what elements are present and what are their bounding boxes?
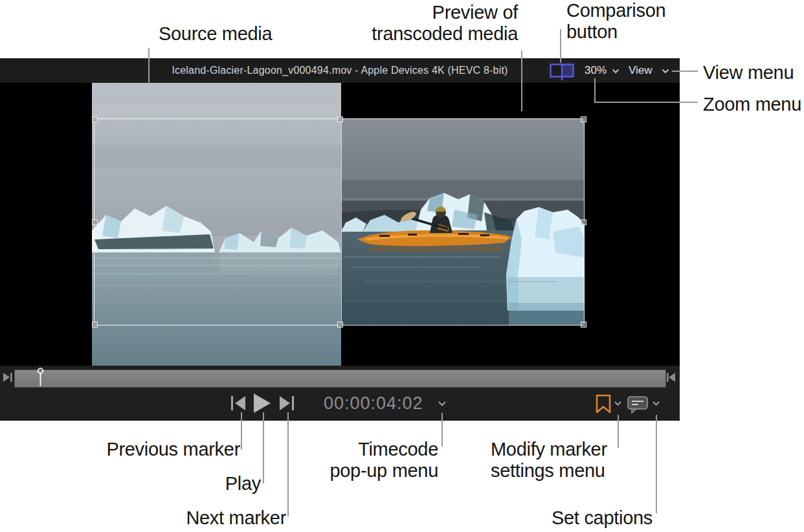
callout-line-comparison-button	[560, 29, 561, 63]
play-button[interactable]	[254, 393, 271, 413]
callout-line-zoom-menu-vertical	[594, 78, 596, 103]
preview-toolbar: Iceland-Glacier-Lagoon_v000494.mov - App…	[0, 58, 680, 83]
resize-handle-top-center[interactable]	[337, 116, 343, 122]
resize-handle-bottom-right[interactable]	[581, 322, 586, 327]
callout-timecode-popup: Timecode pop-up menu	[329, 439, 438, 482]
callout-line-play	[263, 412, 264, 483]
chevron-down-icon[interactable]	[614, 401, 622, 406]
media-preview-area	[0, 83, 680, 366]
callout-play: Play	[225, 473, 261, 494]
chevron-down-icon[interactable]	[652, 401, 660, 406]
callout-source-media: Source media	[159, 23, 272, 45]
resize-handle-mid-right[interactable]	[581, 219, 586, 225]
resize-handle-bottom-left[interactable]	[92, 322, 98, 327]
playhead[interactable]	[36, 366, 45, 387]
resize-handle-top-right[interactable]	[581, 116, 586, 122]
chevron-down-icon[interactable]	[662, 69, 669, 74]
transcoded-bounds-rect	[94, 118, 585, 326]
callout-line-modify-marker	[618, 415, 619, 448]
chevron-down-icon[interactable]	[438, 401, 447, 406]
callout-previous-marker: Previous marker	[106, 439, 240, 460]
callout-view-menu: View menu	[703, 62, 794, 83]
callout-zoom-menu: Zoom menu	[703, 94, 801, 115]
comparison-icon	[550, 63, 574, 81]
callout-line-previous-marker	[241, 412, 242, 450]
jump-to-start-icon[interactable]	[3, 371, 14, 383]
resize-handle-mid-left[interactable]	[92, 219, 98, 225]
scrubber-track[interactable]	[14, 370, 666, 388]
callout-line-view-menu	[672, 71, 698, 72]
callout-comparison-button: Comparison button	[566, 0, 665, 43]
callout-set-captions: Set captions	[552, 507, 653, 529]
marker-settings-button[interactable]	[596, 394, 612, 414]
resize-handle-bottom-center[interactable]	[337, 322, 343, 327]
captions-button[interactable]	[627, 396, 649, 414]
comparison-button[interactable]	[550, 63, 574, 81]
page: { "window": { "title": "Iceland-Glacier-…	[0, 0, 804, 532]
zoom-menu-button[interactable]: 30%	[585, 58, 607, 82]
next-marker-button[interactable]	[280, 396, 296, 410]
callout-preview-transcoded: Preview of transcoded media	[372, 2, 518, 45]
jump-to-end-icon[interactable]	[666, 371, 677, 383]
callout-line-timecode-popup	[441, 413, 443, 447]
callout-line-zoom-menu-horizontal	[594, 102, 698, 103]
callout-line-set-captions	[656, 415, 657, 513]
view-menu-button[interactable]: View	[629, 58, 653, 82]
compressor-preview-window: Iceland-Glacier-Lagoon_v000494.mov - App…	[0, 58, 680, 421]
callout-next-marker: Next marker	[186, 507, 286, 529]
window-title: Iceland-Glacier-Lagoon_v000494.mov - App…	[0, 58, 680, 83]
timecode-popup-button[interactable]: 00:00:04:02	[324, 393, 423, 414]
chevron-down-icon[interactable]	[612, 69, 620, 74]
previous-marker-button[interactable]	[231, 396, 247, 410]
transport-bar: 00:00:04:02	[0, 366, 680, 421]
callout-modify-marker: Modify marker settings menu	[491, 439, 607, 482]
callout-line-next-marker	[287, 412, 289, 516]
resize-handle-top-left[interactable]	[92, 116, 98, 122]
callout-line-preview-transcoded	[521, 50, 522, 111]
callout-line-source-media	[148, 48, 150, 84]
